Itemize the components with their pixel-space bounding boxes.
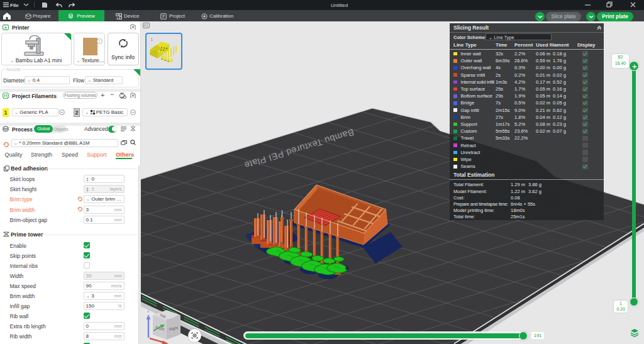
svg-text:z: z (147, 309, 149, 313)
